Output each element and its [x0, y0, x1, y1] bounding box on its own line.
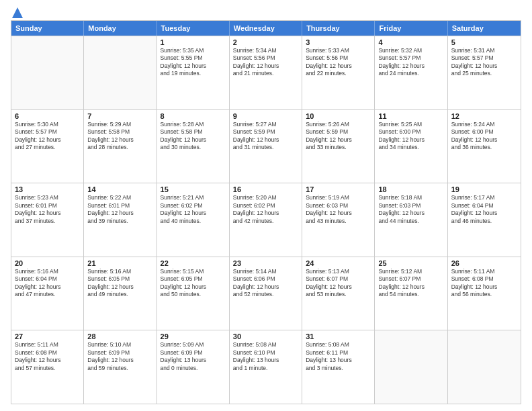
day-cell-empty-w0-d0: [11, 36, 84, 109]
header-tuesday: Tuesday: [157, 21, 230, 36]
day-number: 3: [306, 38, 371, 46]
day-cell-2-w0-d3: 2Sunrise: 5:34 AM Sunset: 5:56 PM Daylig…: [230, 36, 302, 109]
day-cell-3-w0-d4: 3Sunrise: 5:33 AM Sunset: 5:56 PM Daylig…: [302, 36, 375, 109]
day-number: 13: [15, 185, 80, 193]
header-friday: Friday: [375, 21, 447, 36]
day-cell-19-w2-d6: 19Sunrise: 5:17 AM Sunset: 6:04 PM Dayli…: [448, 183, 521, 257]
day-number: 17: [306, 185, 371, 193]
day-cell-16-w2-d3: 16Sunrise: 5:20 AM Sunset: 6:02 PM Dayli…: [230, 183, 302, 257]
day-number: 28: [87, 332, 152, 340]
day-info: Sunrise: 5:28 AM Sunset: 5:58 PM Dayligh…: [161, 121, 226, 152]
day-info: Sunrise: 5:32 AM Sunset: 5:57 PM Dayligh…: [378, 47, 443, 78]
day-cell-empty-w0-d1: [84, 36, 157, 109]
day-info: Sunrise: 5:18 AM Sunset: 6:03 PM Dayligh…: [378, 194, 443, 225]
day-info: Sunrise: 5:10 AM Sunset: 6:09 PM Dayligh…: [87, 341, 152, 372]
day-number: 1: [161, 38, 226, 46]
page: Sunday Monday Tuesday Wednesday Thursday…: [0, 0, 532, 411]
day-cell-30-w4-d3: 30Sunrise: 5:08 AM Sunset: 6:10 PM Dayli…: [230, 330, 302, 404]
day-info: Sunrise: 5:15 AM Sunset: 6:05 PM Dayligh…: [161, 268, 226, 299]
day-number: 14: [87, 185, 152, 193]
week-row-3: 13Sunrise: 5:23 AM Sunset: 6:01 PM Dayli…: [11, 183, 521, 257]
day-info: Sunrise: 5:11 AM Sunset: 6:08 PM Dayligh…: [451, 268, 517, 299]
day-info: Sunrise: 5:16 AM Sunset: 6:05 PM Dayligh…: [87, 268, 152, 299]
day-cell-28-w4-d1: 28Sunrise: 5:10 AM Sunset: 6:09 PM Dayli…: [84, 330, 157, 404]
header-sunday: Sunday: [11, 21, 84, 36]
day-cell-empty-w4-d5: [375, 330, 447, 404]
day-cell-4-w0-d5: 4Sunrise: 5:32 AM Sunset: 5:57 PM Daylig…: [375, 36, 447, 109]
day-cell-20-w3-d0: 20Sunrise: 5:16 AM Sunset: 6:04 PM Dayli…: [11, 257, 84, 330]
day-number: 20: [15, 259, 80, 267]
day-number: 19: [451, 185, 517, 193]
day-cell-7-w1-d1: 7Sunrise: 5:29 AM Sunset: 5:58 PM Daylig…: [84, 110, 157, 183]
header-wednesday: Wednesday: [230, 21, 302, 36]
day-number: 10: [306, 112, 371, 120]
day-number: 5: [451, 38, 517, 46]
header-saturday: Saturday: [448, 21, 521, 36]
header-thursday: Thursday: [302, 21, 375, 36]
day-number: 16: [233, 185, 298, 193]
day-info: Sunrise: 5:31 AM Sunset: 5:57 PM Dayligh…: [451, 47, 517, 78]
day-number: 8: [161, 112, 226, 120]
day-cell-31-w4-d4: 31Sunrise: 5:08 AM Sunset: 6:11 PM Dayli…: [302, 330, 375, 404]
day-number: 27: [15, 332, 80, 340]
day-info: Sunrise: 5:08 AM Sunset: 6:10 PM Dayligh…: [233, 341, 298, 372]
day-number: 26: [451, 259, 517, 267]
logo-text: [11, 8, 24, 19]
week-row-1: 1Sunrise: 5:35 AM Sunset: 5:55 PM Daylig…: [11, 36, 521, 109]
day-number: 29: [161, 332, 226, 340]
day-info: Sunrise: 5:11 AM Sunset: 6:08 PM Dayligh…: [15, 341, 80, 372]
calendar-header: Sunday Monday Tuesday Wednesday Thursday…: [11, 21, 521, 36]
day-info: Sunrise: 5:17 AM Sunset: 6:04 PM Dayligh…: [451, 194, 517, 225]
day-cell-5-w0-d6: 5Sunrise: 5:31 AM Sunset: 5:57 PM Daylig…: [448, 36, 521, 109]
day-cell-27-w4-d0: 27Sunrise: 5:11 AM Sunset: 6:08 PM Dayli…: [11, 330, 84, 404]
day-number: 11: [378, 112, 443, 120]
day-cell-8-w1-d2: 8Sunrise: 5:28 AM Sunset: 5:58 PM Daylig…: [157, 110, 230, 183]
day-info: Sunrise: 5:09 AM Sunset: 6:09 PM Dayligh…: [161, 341, 226, 372]
day-cell-empty-w4-d6: [448, 330, 521, 404]
day-cell-23-w3-d3: 23Sunrise: 5:14 AM Sunset: 6:06 PM Dayli…: [230, 257, 302, 330]
header: [11, 8, 521, 16]
day-info: Sunrise: 5:30 AM Sunset: 5:57 PM Dayligh…: [15, 121, 80, 152]
week-row-2: 6Sunrise: 5:30 AM Sunset: 5:57 PM Daylig…: [11, 109, 521, 183]
logo-triangle-icon: [11, 7, 24, 19]
calendar: Sunday Monday Tuesday Wednesday Thursday…: [11, 20, 521, 404]
day-cell-10-w1-d4: 10Sunrise: 5:26 AM Sunset: 5:59 PM Dayli…: [302, 110, 375, 183]
day-info: Sunrise: 5:16 AM Sunset: 6:04 PM Dayligh…: [15, 268, 80, 299]
day-number: 6: [15, 112, 80, 120]
day-cell-17-w2-d4: 17Sunrise: 5:19 AM Sunset: 6:03 PM Dayli…: [302, 183, 375, 257]
day-info: Sunrise: 5:22 AM Sunset: 6:01 PM Dayligh…: [87, 194, 152, 225]
day-cell-25-w3-d5: 25Sunrise: 5:12 AM Sunset: 6:07 PM Dayli…: [375, 257, 447, 330]
day-number: 7: [87, 112, 152, 120]
day-number: 24: [306, 259, 371, 267]
day-info: Sunrise: 5:08 AM Sunset: 6:11 PM Dayligh…: [306, 341, 371, 372]
day-number: 12: [451, 112, 517, 120]
day-number: 30: [233, 332, 298, 340]
day-cell-13-w2-d0: 13Sunrise: 5:23 AM Sunset: 6:01 PM Dayli…: [11, 183, 84, 257]
day-number: 31: [306, 332, 371, 340]
day-cell-26-w3-d6: 26Sunrise: 5:11 AM Sunset: 6:08 PM Dayli…: [448, 257, 521, 330]
day-number: 2: [233, 38, 298, 46]
day-number: 18: [378, 185, 443, 193]
day-info: Sunrise: 5:26 AM Sunset: 5:59 PM Dayligh…: [306, 121, 371, 152]
day-info: Sunrise: 5:27 AM Sunset: 5:59 PM Dayligh…: [233, 121, 298, 152]
day-cell-1-w0-d2: 1Sunrise: 5:35 AM Sunset: 5:55 PM Daylig…: [157, 36, 230, 109]
day-info: Sunrise: 5:13 AM Sunset: 6:07 PM Dayligh…: [306, 268, 371, 299]
week-row-5: 27Sunrise: 5:11 AM Sunset: 6:08 PM Dayli…: [11, 330, 521, 404]
day-cell-12-w1-d6: 12Sunrise: 5:24 AM Sunset: 6:00 PM Dayli…: [448, 110, 521, 183]
day-cell-14-w2-d1: 14Sunrise: 5:22 AM Sunset: 6:01 PM Dayli…: [84, 183, 157, 257]
calendar-body: 1Sunrise: 5:35 AM Sunset: 5:55 PM Daylig…: [11, 36, 521, 404]
day-info: Sunrise: 5:25 AM Sunset: 6:00 PM Dayligh…: [378, 121, 443, 152]
day-number: 9: [233, 112, 298, 120]
day-cell-15-w2-d2: 15Sunrise: 5:21 AM Sunset: 6:02 PM Dayli…: [157, 183, 230, 257]
day-info: Sunrise: 5:14 AM Sunset: 6:06 PM Dayligh…: [233, 268, 298, 299]
day-number: 21: [87, 259, 152, 267]
svg-marker-0: [12, 7, 23, 18]
day-info: Sunrise: 5:33 AM Sunset: 5:56 PM Dayligh…: [306, 47, 371, 78]
day-cell-24-w3-d4: 24Sunrise: 5:13 AM Sunset: 6:07 PM Dayli…: [302, 257, 375, 330]
day-info: Sunrise: 5:23 AM Sunset: 6:01 PM Dayligh…: [15, 194, 80, 225]
day-number: 15: [161, 185, 226, 193]
day-cell-9-w1-d3: 9Sunrise: 5:27 AM Sunset: 5:59 PM Daylig…: [230, 110, 302, 183]
logo: [11, 8, 24, 16]
day-info: Sunrise: 5:24 AM Sunset: 6:00 PM Dayligh…: [451, 121, 517, 152]
day-cell-18-w2-d5: 18Sunrise: 5:18 AM Sunset: 6:03 PM Dayli…: [375, 183, 447, 257]
